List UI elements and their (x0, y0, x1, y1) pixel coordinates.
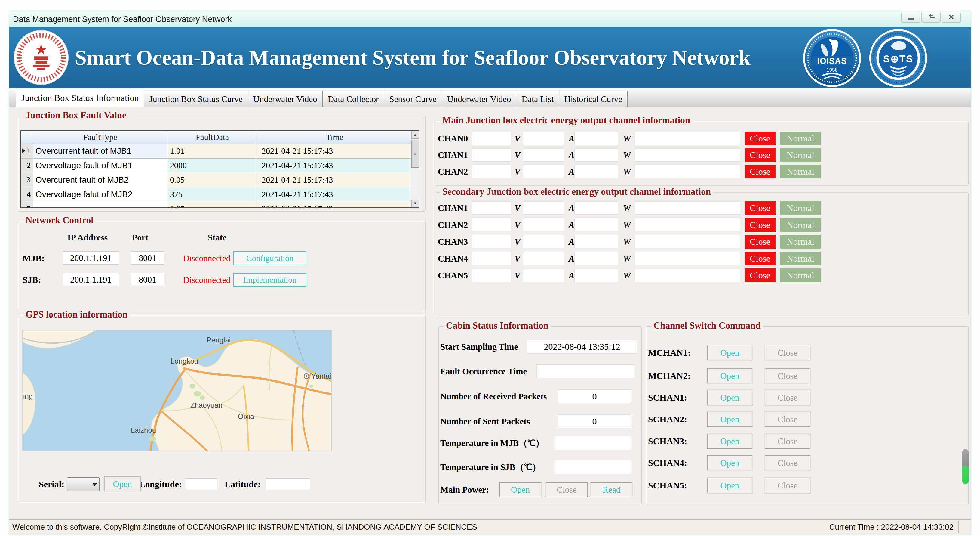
voltage-input[interactable] (472, 148, 511, 162)
status-input[interactable] (635, 148, 740, 162)
status-input[interactable] (635, 218, 740, 231)
implementation-button[interactable]: Implementation (233, 273, 306, 287)
fault-table-header-type[interactable]: FaultType (33, 131, 167, 144)
current-input[interactable] (523, 269, 564, 282)
mjb-port-input[interactable] (130, 251, 164, 265)
power-input[interactable] (574, 165, 618, 178)
fault-table-row[interactable]: 3 Overcurent fault of MJB2 0.05 2021-04-… (21, 173, 412, 188)
fault-table-header-time[interactable]: Time (258, 131, 412, 144)
tab-data-collector[interactable]: Data Collector (322, 91, 384, 107)
schan5-close-button[interactable]: Close (765, 478, 810, 493)
scroll-down-icon[interactable]: ▼ (411, 199, 419, 207)
power-input[interactable] (574, 201, 618, 215)
start-sampling-time-value[interactable]: 2022-08-04 13:35:12 (527, 340, 637, 354)
restore-button[interactable] (921, 12, 940, 22)
channel-close-button[interactable]: Close (745, 201, 776, 215)
channel-normal-button[interactable]: Normal (780, 235, 821, 249)
status-input[interactable] (635, 132, 740, 145)
channel-close-button[interactable]: Close (745, 218, 776, 232)
scroll-up-icon[interactable]: ▲ (411, 131, 419, 139)
power-input[interactable] (574, 218, 618, 231)
power-input[interactable] (574, 148, 618, 162)
channel-close-button[interactable]: Close (745, 164, 776, 179)
power-input[interactable] (574, 252, 618, 265)
status-input[interactable] (635, 165, 740, 178)
channel-close-button[interactable]: Close (745, 268, 776, 282)
channel-normal-button[interactable]: Normal (780, 252, 821, 265)
main-power-open-button[interactable]: Open (500, 482, 541, 497)
schan3-close-button[interactable]: Close (765, 434, 810, 449)
schan4-close-button[interactable]: Close (765, 455, 810, 471)
main-power-read-button[interactable]: Read (590, 482, 632, 497)
fault-table-row[interactable]: 4 Overvoltage falut of MJB2 375 2021-04-… (21, 188, 412, 202)
schan4-open-button[interactable]: Open (707, 455, 752, 471)
tab-sensor-curve[interactable]: Sensor Curve (384, 91, 442, 107)
current-input[interactable] (523, 201, 564, 215)
mchan1-open-button[interactable]: Open (707, 345, 752, 360)
minimize-button[interactable] (901, 12, 920, 22)
tab-historical-curve[interactable]: Historical Curve (559, 91, 628, 107)
latitude-input[interactable] (266, 478, 310, 490)
longitude-input[interactable] (186, 478, 217, 490)
tab-data-list[interactable]: Data List (516, 91, 559, 107)
voltage-input[interactable] (472, 201, 511, 215)
status-input[interactable] (635, 235, 740, 248)
current-input[interactable] (523, 235, 564, 248)
channel-normal-button[interactable]: Normal (780, 164, 821, 179)
schan5-open-button[interactable]: Open (707, 478, 752, 493)
voltage-input[interactable] (472, 252, 511, 265)
status-input[interactable] (635, 252, 740, 265)
mchan2-close-button[interactable]: Close (765, 368, 810, 383)
channel-close-button[interactable]: Close (745, 252, 776, 265)
current-input[interactable] (523, 132, 564, 145)
current-input[interactable] (523, 165, 564, 178)
temperature-mjb-value[interactable] (555, 436, 632, 450)
schan1-close-button[interactable]: Close (765, 390, 810, 405)
power-input[interactable] (574, 235, 618, 248)
channel-normal-button[interactable]: Normal (780, 218, 821, 232)
mchan1-close-button[interactable]: Close (765, 345, 810, 360)
voltage-input[interactable] (472, 165, 511, 178)
current-input[interactable] (523, 252, 564, 265)
voltage-input[interactable] (472, 269, 511, 282)
fault-table-row[interactable]: 1 Overcurrent fault of MJB1 1.01 2021-04… (21, 144, 412, 159)
channel-normal-button[interactable]: Normal (780, 131, 821, 145)
fault-table-row[interactable]: 5 0.05 2021-04-21 15:17:43 (21, 202, 412, 208)
fault-table-scrollbar[interactable]: ▲ ≡ ▼ (411, 131, 419, 207)
fault-occurrence-time-value[interactable] (536, 364, 635, 378)
tab-underwater-video-2[interactable]: Underwater Video (442, 91, 517, 107)
serial-open-button[interactable]: Open (104, 476, 141, 491)
channel-normal-button[interactable]: Normal (780, 268, 821, 282)
power-input[interactable] (574, 132, 618, 145)
current-input[interactable] (523, 218, 564, 231)
fault-table-header-data[interactable]: FaultData (167, 131, 258, 144)
sent-packets-value[interactable]: 0 (557, 415, 632, 428)
schan1-open-button[interactable]: Open (707, 390, 752, 405)
voltage-input[interactable] (472, 218, 511, 231)
configuration-button[interactable]: Configuration (233, 251, 306, 265)
channel-close-button[interactable]: Close (745, 235, 776, 249)
sjb-port-input[interactable] (130, 273, 164, 286)
tab-junction-box-status-information[interactable]: Junction Box Status Information (16, 89, 144, 107)
scrollbar-thumb[interactable]: ≡ (411, 140, 419, 168)
tab-underwater-video-1[interactable]: Underwater Video (248, 91, 323, 107)
mchan2-open-button[interactable]: Open (707, 368, 752, 383)
voltage-input[interactable] (472, 235, 511, 248)
status-input[interactable] (635, 201, 740, 215)
tab-junction-box-status-curve[interactable]: Junction Box Status Curve (144, 91, 248, 107)
fault-table-row[interactable]: 2 Overvoltage fault of MJB1 2000 2021-04… (21, 159, 412, 173)
status-input[interactable] (635, 269, 740, 282)
channel-close-button[interactable]: Close (745, 131, 776, 145)
channel-close-button[interactable]: Close (745, 148, 776, 162)
schan3-open-button[interactable]: Open (707, 434, 752, 449)
schan2-open-button[interactable]: Open (707, 412, 752, 427)
serial-port-dropdown[interactable] (67, 477, 100, 491)
temperature-sjb-value[interactable] (555, 460, 632, 474)
channel-normal-button[interactable]: Normal (780, 148, 821, 162)
current-input[interactable] (523, 148, 564, 162)
received-packets-value[interactable]: 0 (557, 389, 632, 403)
schan2-close-button[interactable]: Close (765, 412, 810, 427)
voltage-input[interactable] (472, 132, 511, 145)
main-power-close-button[interactable]: Close (546, 482, 587, 497)
power-input[interactable] (574, 269, 618, 282)
